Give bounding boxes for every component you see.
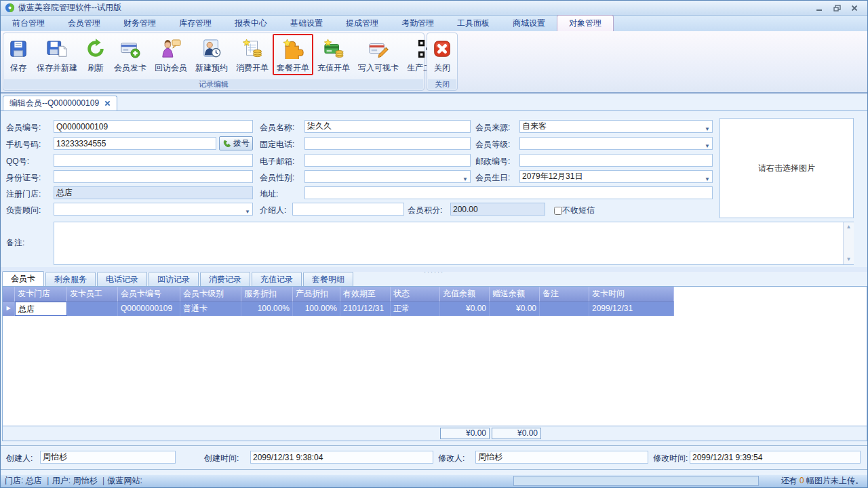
scroll-down-icon[interactable]: ▼ [846, 255, 852, 264]
mobile-input[interactable] [54, 137, 216, 150]
menu-item-attendance[interactable]: 考勤管理 [390, 16, 446, 31]
close-page-button[interactable]: 关闭 [428, 34, 456, 75]
column-header[interactable]: 赠送余额 [490, 287, 540, 302]
visit-member-button[interactable]: 回访会员 [151, 34, 191, 75]
birthday-combo[interactable]: 2079年12月31日 ▼ [519, 170, 713, 183]
remark-label: 备注: [6, 237, 24, 249]
birthday-value: 2079年12月31日 [522, 171, 583, 181]
landline-input[interactable] [304, 137, 471, 150]
recharge-order-button[interactable]: 充值开单 [313, 34, 354, 75]
save-button[interactable]: 保存 [4, 34, 33, 75]
write-visual-card-button[interactable]: 写入可视卡 [354, 34, 403, 75]
close-window-icon[interactable] [850, 4, 859, 12]
member-level-combo[interactable]: ▼ [519, 137, 713, 150]
email-input[interactable] [304, 154, 471, 167]
tab-member-card[interactable]: 会员卡 [2, 271, 44, 286]
modify-time-input[interactable] [690, 451, 861, 464]
column-header[interactable]: 发卡时间 [589, 287, 674, 302]
create-time-input[interactable] [250, 451, 433, 464]
chevron-down-icon: ▼ [245, 206, 250, 218]
new-appointment-button[interactable]: 新建预约 [191, 34, 232, 75]
modify-time-label: 修改时间: [653, 452, 688, 465]
column-header[interactable]: 备注 [540, 287, 589, 302]
cell-valid-until: 2101/12/31 [340, 302, 391, 316]
tab-recharge-records[interactable]: 充值记录 [252, 272, 302, 286]
email-label: 电子邮箱: [260, 155, 294, 168]
column-header[interactable]: 发卡门店 [15, 287, 67, 302]
reg-store-input[interactable] [54, 186, 253, 199]
id-card-input[interactable] [54, 170, 253, 183]
menu-item-tools[interactable]: 工具面板 [446, 16, 501, 31]
cell-remark [540, 302, 589, 316]
birthday-label: 会员生日: [475, 171, 510, 184]
splitter-handle[interactable]: ······ [1, 267, 867, 272]
grid-row-selected[interactable]: ▶ 总店 Q0000000109 普通卡 100.00% 100.00% 210… [3, 302, 674, 316]
dial-button-label: 拨号 [233, 138, 250, 149]
menu-item-member[interactable]: 会员管理 [56, 16, 112, 31]
menu-item-reports[interactable]: 报表中心 [223, 16, 279, 31]
menu-item-mall-settings[interactable]: 商城设置 [501, 16, 557, 31]
tab-remaining-services[interactable]: 剩余服务 [45, 272, 96, 286]
creator-input[interactable] [40, 451, 176, 464]
restore-icon[interactable] [832, 4, 842, 12]
consume-order-button[interactable]: 消费开单 [232, 34, 273, 75]
column-header[interactable]: 状态 [391, 287, 440, 302]
new-appointment-icon [201, 37, 222, 61]
address-input[interactable] [304, 186, 713, 199]
tab-close-icon[interactable] [104, 99, 111, 108]
postal-input[interactable] [519, 154, 713, 167]
visit-member-icon [161, 37, 181, 61]
document-tab-strip: 编辑会员--Q0000000109 [1, 96, 867, 110]
issue-member-card-button[interactable]: 会员发卡 [110, 34, 151, 75]
refresh-button[interactable]: 刷新 [81, 34, 110, 75]
document-tab[interactable]: 编辑会员--Q0000000109 [3, 96, 117, 110]
tab-phone-records[interactable]: 电话记录 [97, 272, 147, 286]
points-input[interactable] [450, 203, 545, 216]
member-name-input[interactable] [304, 120, 471, 133]
menu-item-finance[interactable]: 财务管理 [112, 16, 167, 31]
consultant-combo[interactable]: ▼ [54, 203, 253, 216]
member-photo-box[interactable]: 请右击选择图片 [719, 118, 854, 218]
consultant-label: 负责顾问: [6, 204, 41, 217]
button-label: 关闭 [434, 62, 450, 74]
scroll-up-icon[interactable]: ▲ [846, 222, 852, 232]
menu-item-commission[interactable]: 提成管理 [334, 16, 390, 31]
menu-item-inventory[interactable]: 库存管理 [167, 16, 223, 31]
tab-visit-records[interactable]: 回访记录 [149, 272, 199, 286]
minimize-icon[interactable] [814, 4, 824, 12]
ribbon-group-record-edit: 保存 保存并新建 刷新 [3, 33, 425, 91]
column-header[interactable]: 充值余额 [440, 287, 490, 302]
button-label: 回访会员 [155, 62, 187, 74]
tab-consume-records[interactable]: 消费记录 [200, 272, 250, 286]
gender-combo[interactable]: ▼ [304, 170, 471, 183]
qq-input[interactable] [54, 154, 253, 167]
tab-package-details[interactable]: 套餐明细 [303, 272, 353, 286]
menu-item-object-management[interactable]: 对象管理 [557, 15, 614, 31]
column-header[interactable]: 发卡员工 [67, 287, 118, 302]
column-header[interactable]: 有效期至 [340, 287, 391, 302]
column-header[interactable]: 产品折扣 [293, 287, 340, 302]
remark-scrollbar[interactable]: ▲ ▼ [843, 222, 854, 264]
column-header[interactable]: 会员卡级别 [180, 287, 241, 302]
no-sms-label: 不收短信 [562, 204, 595, 217]
button-label: 消费开单 [236, 62, 269, 74]
creator-label: 创建人: [6, 452, 33, 465]
menu-item-basic-settings[interactable]: 基础设置 [279, 16, 334, 31]
modifier-label: 修改人: [438, 452, 465, 465]
column-header[interactable]: 服务折扣 [241, 287, 293, 302]
button-label: 保存并新建 [37, 62, 77, 74]
dial-button[interactable]: 拨号 [219, 136, 253, 150]
button-label: 保存 [10, 62, 26, 74]
menu-bar: 前台管理 会员管理 财务管理 库存管理 报表中心 基础设置 提成管理 考勤管理 … [1, 16, 867, 31]
save-and-new-button[interactable]: 保存并新建 [33, 34, 81, 75]
remark-textarea[interactable] [54, 222, 854, 265]
member-no-input[interactable] [54, 120, 253, 133]
package-order-button[interactable]: 套餐开单 [273, 34, 313, 75]
no-sms-checkbox[interactable] [554, 207, 562, 215]
member-source-combo[interactable]: 自来客 ▼ [519, 120, 713, 133]
chevron-down-icon: ▼ [462, 174, 468, 185]
modifier-input[interactable] [475, 451, 648, 464]
column-header[interactable]: 会员卡编号 [118, 287, 180, 302]
menu-item-front-desk[interactable]: 前台管理 [1, 16, 56, 31]
referrer-input[interactable] [292, 203, 404, 216]
